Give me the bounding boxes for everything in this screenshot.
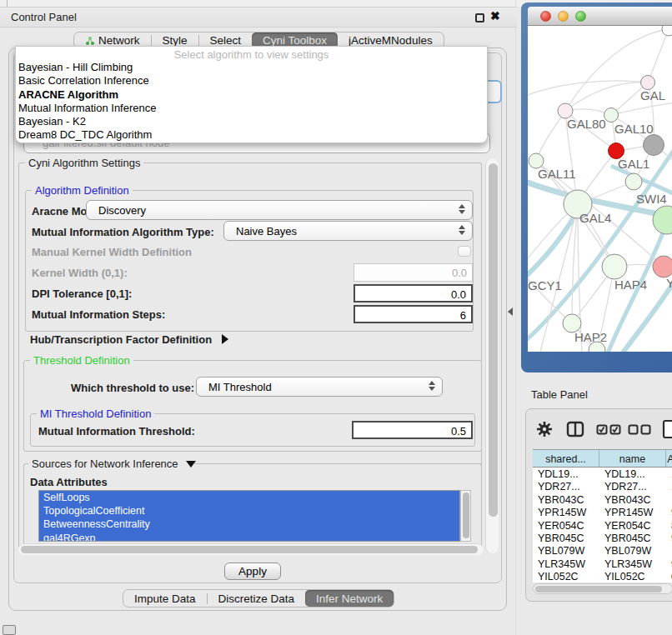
network-node[interactable] <box>604 108 619 122</box>
panel-split-divider[interactable] <box>515 0 516 635</box>
kernel-width-field[interactable]: 0.0 <box>354 263 473 282</box>
combo-arrows-icon <box>459 204 465 214</box>
zoom-traffic-light-icon[interactable] <box>575 11 586 22</box>
data-attributes-list[interactable]: SelfLoopsTopologicalCoefficientBetweenne… <box>38 490 460 542</box>
data-attribute-item[interactable]: gal4RGexp <box>39 532 459 542</box>
which-threshold-value: MI Threshold <box>208 381 272 393</box>
mi-threshold-label: Mutual Information Threshold: <box>38 425 195 438</box>
close-panel-icon[interactable]: ✖ <box>490 9 500 22</box>
minimize-traffic-light-icon[interactable] <box>558 11 569 22</box>
attributes-scrollbar-thumb[interactable] <box>463 492 469 538</box>
hub-definition-toggle[interactable]: Hub/Transcription Factor Definition <box>30 333 222 346</box>
mi-steps-label: Mutual Information Steps: <box>32 308 165 321</box>
algorithm-popup-item[interactable]: Basic Correlation Inference <box>16 74 487 88</box>
table-cell[interactable]: YLR345W <box>599 558 666 570</box>
table-body: YDL19...YDL19...13YDR27...YDR27...12YBR0… <box>533 468 672 582</box>
table-cell[interactable]: YBR045C <box>599 532 666 544</box>
table-hscroll-thumb[interactable] <box>535 586 662 592</box>
table-cell[interactable]: YBR043C <box>599 493 666 506</box>
table-row: YBR045CYBR045C9. <box>533 532 672 544</box>
table-cell[interactable]: 12 <box>666 480 672 492</box>
table-cell[interactable]: YDL19... <box>599 468 666 480</box>
network-node[interactable] <box>662 26 672 36</box>
network-node[interactable] <box>653 206 672 234</box>
table-cell[interactable]: YBL079W <box>533 544 599 557</box>
tab-infer-network[interactable]: Infer Network <box>305 590 394 607</box>
gear-icon[interactable] <box>536 421 553 438</box>
data-attribute-item[interactable]: BetweennessCentrality <box>39 518 459 531</box>
network-node[interactable] <box>641 76 655 90</box>
close-traffic-light-icon[interactable] <box>540 11 551 22</box>
combo-arrows-icon <box>429 381 435 391</box>
data-attributes-label: Data Attributes <box>30 476 108 488</box>
tab-discretize-data[interactable]: Discretize Data <box>208 590 306 607</box>
network-node[interactable] <box>644 135 664 156</box>
manual-kernel-width-checkbox[interactable] <box>458 246 471 257</box>
table-row: YDL19...YDL19...13 <box>533 468 672 480</box>
table-cell[interactable]: 9. <box>666 558 672 570</box>
table-cell[interactable]: 9. <box>666 532 672 544</box>
table-function-icon[interactable] <box>662 419 672 439</box>
collapse-arrow-icon[interactable] <box>508 308 513 316</box>
network-node[interactable] <box>625 173 642 190</box>
algorithm-popup-item[interactable]: Dream8 DC_TDC Algorithm <box>16 128 487 142</box>
network-node[interactable] <box>602 254 627 279</box>
mi-threshold-field[interactable]: 0.5 <box>352 421 473 439</box>
table-cell[interactable]: YER054C <box>533 519 599 532</box>
float-panel-icon[interactable] <box>475 13 484 22</box>
table-cell[interactable]: YBL079W <box>599 544 666 557</box>
split-columns-icon[interactable] <box>566 421 584 438</box>
mi-steps-field[interactable]: 6 <box>354 305 473 323</box>
sources-toggle[interactable]: Sources for Network Inference <box>28 458 194 470</box>
network-window-titlebar[interactable] <box>528 7 672 26</box>
mi-algorithm-type-combo[interactable]: Naive Bayes <box>223 221 473 241</box>
aracne-mode-combo[interactable]: Discovery <box>86 200 473 220</box>
settings-vscroll-thumb[interactable] <box>489 163 498 517</box>
hub-definition-label: Hub/Transcription Factor Definition <box>30 333 212 346</box>
dpi-tolerance-field[interactable]: 0.0 <box>354 284 473 302</box>
table-cell[interactable]: YDL19... <box>533 468 599 480</box>
table-cell[interactable]: YLR345W <box>533 558 599 570</box>
table-cell[interactable]: YPR145W <box>599 506 666 518</box>
data-attribute-item[interactable]: SelfLoops <box>39 491 459 504</box>
top-divider <box>7 0 8 7</box>
table-cell[interactable] <box>666 544 672 557</box>
table-cell[interactable]: YBR043C <box>533 493 599 506</box>
table-cell[interactable]: 0. <box>666 570 672 582</box>
network-node[interactable] <box>653 256 672 278</box>
table-cell[interactable] <box>666 493 672 506</box>
table-cell[interactable]: YPR145W <box>533 506 599 518</box>
column-header-clipped[interactable]: A <box>666 450 672 467</box>
algorithm-popup-item[interactable]: Mutual Information Inference <box>16 102 487 115</box>
select-all-checkboxes-icon[interactable] <box>596 424 621 435</box>
algorithm-popup-item[interactable]: Bayesian - Hill Climbing <box>16 61 487 74</box>
column-header-name[interactable]: name <box>599 450 666 467</box>
tab-impute-data[interactable]: Impute Data <box>123 590 207 607</box>
table-cell[interactable]: YER054C <box>599 519 666 532</box>
column-header-shared-name[interactable]: shared... <box>533 450 599 467</box>
table-cell[interactable]: 8. <box>666 519 672 532</box>
apply-button[interactable]: Apply <box>224 562 281 580</box>
table-panel-window: shared... name A YDL19...YDL19...13YDR27… <box>525 408 672 602</box>
dock-panel-icon[interactable] <box>3 625 16 635</box>
table-row: YBL079WYBL079W <box>533 544 672 557</box>
table-cell[interactable]: YIL052C <box>599 570 666 582</box>
algorithm-popup-item[interactable]: Bayesian - K2 <box>16 115 487 128</box>
table-cell[interactable]: YIL052C <box>533 570 599 582</box>
data-attribute-item[interactable]: TopologicalCoefficient <box>39 504 459 518</box>
table-cell[interactable]: YDR27... <box>533 480 599 492</box>
network-canvas[interactable]: GALGAL80GAL10GAL1GAL11SWI4GAL4GCY1HAP4YH… <box>528 26 672 352</box>
algorithm-popup-item[interactable]: ARACNE Algorithm <box>16 88 487 102</box>
table-cell[interactable]: YDR27... <box>599 480 666 492</box>
deselect-all-checkboxes-icon[interactable] <box>628 424 651 435</box>
table-cell[interactable]: YBR045C <box>533 532 599 544</box>
tab-impute-data-label: Impute Data <box>134 592 196 605</box>
table-horizontal-scrollbar <box>533 583 672 594</box>
table-cell[interactable]: 9. <box>666 506 672 518</box>
which-threshold-combo[interactable]: MI Threshold <box>196 377 443 397</box>
settings-hscroll-thumb[interactable] <box>21 546 478 553</box>
table-header-row: shared... name A <box>533 449 672 468</box>
network-node-label: HAP2 <box>574 330 607 344</box>
network-view-window[interactable]: GALGAL80GAL10GAL1GAL11SWI4GAL4GCY1HAP4YH… <box>521 2 672 372</box>
table-cell[interactable]: 13 <box>666 468 672 480</box>
